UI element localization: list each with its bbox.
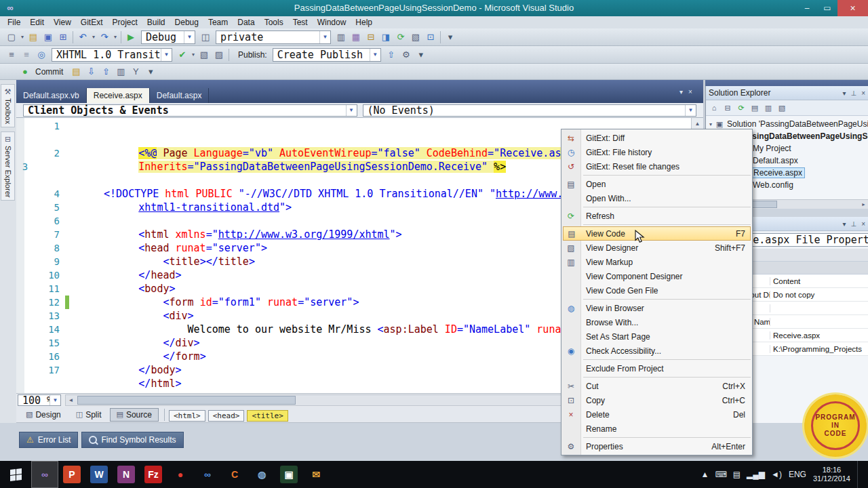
menu-tools[interactable]: Tools xyxy=(260,17,288,28)
touch-keyboard-icon[interactable]: ⌨ xyxy=(715,470,726,479)
extensions-icon[interactable]: ⊡ xyxy=(423,30,438,45)
undo-icon[interactable]: ↶ xyxy=(75,30,90,45)
expander-icon[interactable]: ▾ xyxy=(707,121,714,127)
solution-explorer-header[interactable]: Solution Explorer ▾⊥× xyxy=(706,86,868,100)
menu-edit[interactable]: Edit xyxy=(25,17,49,28)
browse-repository-icon[interactable]: ▤ xyxy=(68,64,83,79)
menu-gitext-reset-file-changes[interactable]: ↺ GitExt: Reset file changes xyxy=(561,159,752,174)
visual-studio-taskbar-icon[interactable]: ∞ xyxy=(31,461,58,488)
close-document-icon[interactable]: × xyxy=(688,88,692,96)
error-list-tab[interactable]: ⚠ Error List xyxy=(19,432,78,448)
menu-gitext-file-history[interactable]: ◷ GitExt: File history xyxy=(561,145,752,159)
menu-check-accessibility[interactable]: ◉ Check Accessibility... xyxy=(561,344,752,358)
outline-icon[interactable]: ≡ xyxy=(19,47,34,62)
menu-exclude-from-project[interactable]: Exclude From Project xyxy=(561,361,752,375)
menu-set-as-start-page[interactable]: Set As Start Page xyxy=(561,329,752,344)
toolbar-separator[interactable] xyxy=(73,31,73,43)
toolbar-separator[interactable] xyxy=(229,49,229,61)
menu-file[interactable]: File xyxy=(3,17,25,28)
menu-view-designer[interactable]: ▧ View Designer Shift+F7 xyxy=(561,241,752,255)
refresh-icon[interactable]: ⟳ xyxy=(393,30,408,45)
dropdown-arrow-icon[interactable]: ▾ xyxy=(190,47,197,62)
c-app-taskbar-icon[interactable]: C xyxy=(221,461,248,488)
property-value[interactable]: K:\Programming_Projects xyxy=(770,345,868,353)
find-symbol-results-tab[interactable]: Find Symbol Results xyxy=(81,432,183,448)
debug-configuration-combo[interactable]: Debug▼ xyxy=(141,30,195,44)
validate-icon[interactable]: ✔ xyxy=(175,47,190,62)
show-all-files-icon[interactable]: ▤ xyxy=(748,102,762,114)
menu-copy[interactable]: ⊡ Copy Ctrl+C xyxy=(561,393,752,407)
minimize-button[interactable]: – xyxy=(797,0,817,16)
pin-icon[interactable]: ⊥ xyxy=(850,89,856,97)
zoom-combo[interactable]: 100 %▼ xyxy=(18,394,61,406)
menu-window[interactable]: Window xyxy=(313,17,351,28)
properties-icon[interactable]: ▧ xyxy=(775,102,789,114)
menu-refresh[interactable]: ⟳ Refresh xyxy=(561,209,752,223)
tab-default-aspx-vb[interactable]: Default.aspx.vb xyxy=(16,88,87,103)
scrollbar-thumb[interactable] xyxy=(77,396,296,405)
open-folder-icon[interactable]: ▤ xyxy=(26,30,41,45)
home-icon[interactable]: ⌂ xyxy=(707,102,721,114)
onenote-taskbar-icon[interactable]: N xyxy=(113,461,140,488)
menu-open[interactable]: ▤ Open xyxy=(561,177,752,191)
scroll-left-icon[interactable]: ◄ xyxy=(66,397,76,403)
network-icon[interactable]: ▂▄▆ xyxy=(747,470,765,479)
photo-app-taskbar-icon[interactable]: ▣ xyxy=(275,461,302,488)
tab-default-aspx[interactable]: Default.aspx xyxy=(150,88,210,103)
publish-icon[interactable]: ⇧ xyxy=(384,47,399,62)
split-view-button[interactable]: ◫ Split xyxy=(69,408,108,422)
property-value[interactable]: Do not copy xyxy=(770,291,868,299)
show-desktop-button[interactable] xyxy=(857,461,861,488)
taskbar-clock[interactable]: 18:16 31/12/2014 xyxy=(813,466,850,483)
action-center-icon[interactable]: ▤ xyxy=(733,470,741,479)
commit-icon[interactable]: ● xyxy=(18,64,33,79)
property-value[interactable]: Content xyxy=(770,277,868,285)
word-taskbar-icon[interactable]: W xyxy=(85,461,113,488)
format-list-icon[interactable]: ≡ xyxy=(4,47,19,62)
dropdown-arrow-icon[interactable]: ▾ xyxy=(19,30,26,45)
dropdown-arrow-icon[interactable]: ▾ xyxy=(90,30,97,45)
package-manager-icon[interactable]: ▦ xyxy=(349,30,363,45)
close-icon[interactable]: × xyxy=(861,220,865,228)
tag-breadcrumb-chip[interactable]: <head> xyxy=(208,410,245,422)
menu-cut[interactable]: ✂ Cut Ctrl+X xyxy=(561,379,752,393)
refresh-icon[interactable]: ⟳ xyxy=(734,102,748,114)
push-icon[interactable]: ⇧ xyxy=(98,64,113,79)
menu-open-with[interactable]: Open With... xyxy=(561,191,752,205)
show-hidden-icons-icon[interactable]: ▲ xyxy=(701,470,709,479)
menu-help[interactable]: Help xyxy=(351,17,377,28)
menu-view-markup[interactable]: ▥ View Markup xyxy=(561,255,752,269)
filezilla-taskbar-icon[interactable]: Fz xyxy=(140,461,167,488)
branch-icon[interactable]: Y xyxy=(128,64,143,79)
menu-delete[interactable]: × Delete Del xyxy=(561,407,752,422)
menu-view-code[interactable]: ▤ View Code F7 xyxy=(563,226,751,241)
save-all-icon[interactable]: ⊞ xyxy=(56,30,71,45)
red-media-taskbar-icon[interactable]: ● xyxy=(167,461,194,488)
toolbar-separator[interactable] xyxy=(121,31,121,43)
properties-window-icon[interactable]: ▧ xyxy=(408,30,423,45)
menu-view[interactable]: View xyxy=(49,17,76,28)
attach-process-icon[interactable]: ◫ xyxy=(198,30,213,45)
close-button[interactable]: × xyxy=(837,0,868,16)
menu-rename[interactable]: Rename xyxy=(561,422,752,436)
design-view-button[interactable]: ▧ Design xyxy=(19,408,68,422)
browser-globe-taskbar-icon[interactable]: ◍ xyxy=(248,461,275,488)
redo-icon[interactable]: ↷ xyxy=(97,30,112,45)
dropdown-arrow-icon[interactable]: ▾ xyxy=(112,30,119,45)
close-icon[interactable]: × xyxy=(861,89,865,97)
overflow-chevron-icon[interactable]: ▾ xyxy=(414,47,429,62)
menu-test[interactable]: Test xyxy=(288,17,313,28)
publish-settings-combo[interactable]: Create Publish Settings▼ xyxy=(273,48,381,62)
property-value[interactable]: Receive.aspx xyxy=(770,331,868,340)
pull-icon[interactable]: ⇩ xyxy=(83,64,98,79)
menu-view-component-designer[interactable]: View Component Designer xyxy=(561,269,752,283)
view-code-icon[interactable]: ▥ xyxy=(762,102,775,114)
collapse-all-icon[interactable]: ⊟ xyxy=(721,102,734,114)
menu-view-code-gen-file[interactable]: View Code Gen File xyxy=(561,283,752,298)
powerpoint-taskbar-icon[interactable]: P xyxy=(58,461,85,488)
tab-receive-aspx[interactable]: Receive.aspx xyxy=(87,88,150,103)
tag-breadcrumb-chip[interactable]: <title> xyxy=(247,410,288,422)
side-tab-server-explorer[interactable]: ⊟ Server Explorer xyxy=(1,131,15,201)
menu-debug[interactable]: Debug xyxy=(170,17,203,28)
save-icon[interactable]: ▣ xyxy=(41,30,56,45)
